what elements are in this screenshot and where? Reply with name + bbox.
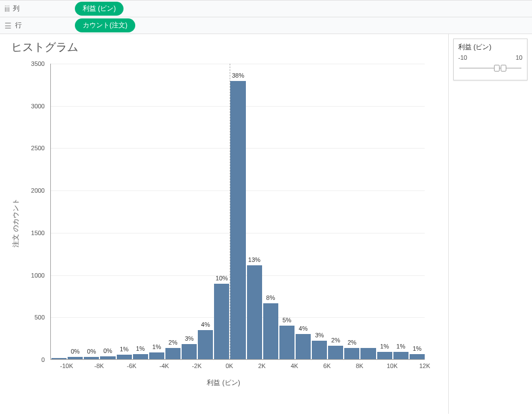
rows-icon: ☰	[4, 21, 12, 30]
bar-percent-label: 1%	[396, 343, 405, 350]
y-tick-label: 3000	[11, 103, 45, 109]
x-tick-label: 12K	[419, 362, 430, 369]
x-tick-label: -4K	[159, 362, 169, 369]
rows-shelf-label: ☰ 行	[0, 21, 73, 30]
histogram-bar[interactable]	[377, 352, 392, 359]
slider-handle-max[interactable]	[501, 65, 506, 71]
chart-plot-area[interactable]: 0%0%0%1%1%1%2%3%4%10%38%13%8%5%4%3%2%2%1…	[50, 64, 425, 360]
bar-percent-label: 1%	[136, 345, 145, 352]
y-tick-label: 500	[11, 314, 45, 321]
bar-percent-label: 1%	[380, 343, 389, 350]
histogram-bar[interactable]	[182, 344, 197, 359]
histogram-bar[interactable]	[312, 341, 327, 359]
shelf-area: iii 列 利益 (ビン) ☰ 行 カウント(注文)	[0, 0, 532, 34]
histogram-bar[interactable]	[214, 284, 229, 359]
bar-percent-label: 2%	[331, 337, 340, 344]
bar-percent-label: 2%	[348, 339, 357, 346]
chart-title: ヒストグラム	[11, 40, 437, 55]
x-tick-label: 6K	[323, 362, 330, 369]
columns-icon: iii	[4, 4, 10, 13]
x-tick-label: -10K	[60, 362, 73, 369]
chart-container: 注文 のカウント 0500100015002000250030003500 0%…	[11, 58, 436, 388]
histogram-bar[interactable]	[117, 355, 132, 359]
columns-shelf-label: iii 列	[0, 4, 73, 13]
histogram-bar[interactable]	[165, 348, 180, 359]
x-axis-title: 利益 (ビン)	[207, 378, 240, 388]
bar-percent-label: 0%	[71, 348, 80, 355]
y-tick-label: 2000	[11, 187, 45, 194]
x-tick-label: -6K	[127, 362, 136, 369]
bar-percent-label: 5%	[282, 317, 291, 323]
y-tick-label: 0	[11, 356, 45, 363]
histogram-bar[interactable]	[393, 352, 408, 359]
x-axis-ticks: -10K-8K-6K-4K-2K0K2K4K6K8K10K12K	[50, 362, 425, 374]
bar-percent-label: 0%	[87, 348, 96, 355]
histogram-bar[interactable]	[84, 357, 99, 359]
filter-pane: 利益 (ビン) -10 10	[448, 34, 532, 414]
y-tick-label: 1500	[11, 230, 45, 236]
x-tick-label: 4K	[291, 362, 298, 369]
range-slider[interactable]	[458, 63, 522, 73]
x-tick-label: 10K	[387, 362, 398, 369]
histogram-bar[interactable]	[133, 354, 148, 359]
viz-pane: ヒストグラム 注文 のカウント 050010001500200025003000…	[0, 34, 448, 414]
histogram-bar[interactable]	[360, 348, 376, 359]
bar-percent-label: 10%	[216, 275, 228, 282]
bar-percent-label: 3%	[315, 332, 324, 338]
filter-range: -10 10	[458, 54, 522, 61]
histogram-bar[interactable]	[247, 265, 262, 359]
slider-handle-min[interactable]	[494, 65, 500, 71]
histogram-bar[interactable]	[51, 358, 66, 359]
y-tick-label: 3500	[11, 60, 45, 67]
bar-percent-label: 1%	[152, 344, 161, 350]
y-tick-label: 1000	[11, 272, 45, 279]
bar-percent-label: 38%	[232, 72, 244, 79]
histogram-bar[interactable]	[263, 303, 278, 359]
filter-card[interactable]: 利益 (ビン) -10 10	[453, 39, 528, 80]
histogram-bar[interactable]	[68, 357, 83, 359]
bar-percent-label: 4%	[299, 325, 308, 332]
histogram-bar[interactable]	[230, 81, 245, 359]
histogram-bar[interactable]	[328, 346, 343, 359]
bar-percent-label: 0%	[103, 347, 112, 354]
histogram-bar[interactable]	[344, 348, 359, 359]
rows-label-text: 行	[15, 21, 22, 30]
bar-percent-label: 8%	[266, 294, 275, 301]
filter-min: -10	[458, 54, 467, 61]
bar-percent-label: 3%	[185, 335, 194, 342]
bar-percent-label: 4%	[201, 321, 210, 328]
rows-shelf[interactable]: ☰ 行 カウント(注文)	[0, 17, 532, 34]
columns-label-text: 列	[13, 4, 20, 13]
histogram-bar[interactable]	[198, 330, 213, 359]
columns-pill[interactable]: 利益 (ビン)	[75, 2, 124, 16]
histogram-bar[interactable]	[279, 326, 294, 359]
filter-title: 利益 (ビン)	[458, 42, 522, 52]
y-tick-label: 2500	[11, 145, 45, 151]
histogram-bar[interactable]	[149, 352, 164, 359]
columns-shelf[interactable]: iii 列 利益 (ビン)	[0, 0, 532, 17]
slider-track	[459, 68, 521, 69]
histogram-bar[interactable]	[296, 334, 311, 359]
x-tick-label: 8K	[356, 362, 363, 369]
bar-percent-label: 13%	[248, 256, 260, 263]
histogram-bar[interactable]	[410, 354, 425, 359]
bar-percent-label: 1%	[412, 345, 421, 352]
rows-pill[interactable]: カウント(注文)	[75, 18, 135, 32]
main-area: ヒストグラム 注文 のカウント 050010001500200025003000…	[0, 34, 532, 414]
bar-percent-label: 2%	[169, 339, 178, 346]
filter-max: 10	[516, 54, 522, 61]
x-tick-label: 0K	[226, 362, 233, 369]
x-tick-label: -8K	[94, 362, 104, 369]
histogram-bar[interactable]	[100, 356, 115, 359]
x-tick-label: -2K	[192, 362, 202, 369]
y-axis-title: 注文 のカウント	[11, 198, 21, 247]
x-tick-label: 2K	[258, 362, 265, 369]
bar-percent-label: 1%	[120, 346, 129, 352]
